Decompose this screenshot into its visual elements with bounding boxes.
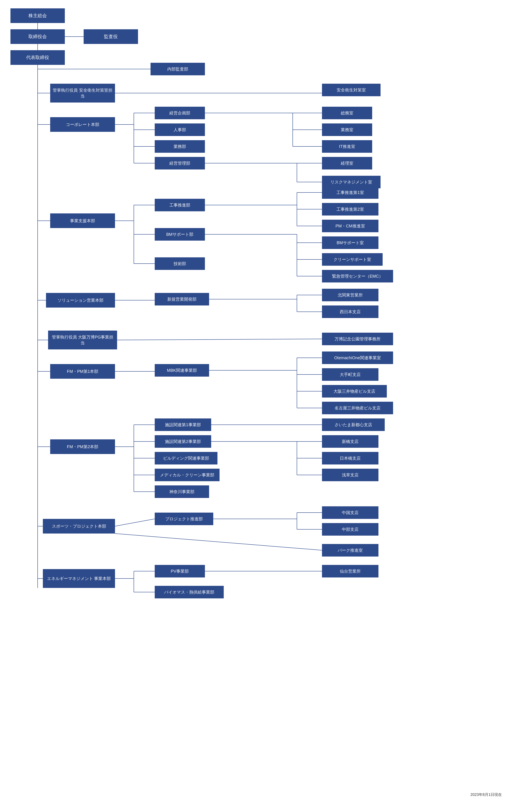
- medical-clean-dept: メディカル・クリーン事業部: [155, 469, 219, 481]
- chubu-branch: 中部支店: [322, 523, 379, 535]
- otemachi-branch: 大手町支店: [322, 368, 379, 381]
- building-dept: ビルディング関連事業部: [155, 452, 217, 464]
- construction2: 工事推進第2室: [322, 203, 379, 215]
- exec-safety: 管掌執行役員 安全衛生対策室担当: [50, 84, 115, 103]
- corporate-hq: コーポレート本部: [50, 117, 115, 132]
- mbk-dept: MBK関連事業部: [155, 364, 209, 377]
- safety-room: 安全衛生対策室: [322, 84, 381, 96]
- expo-park: 万博記念公園管理事務所: [322, 333, 393, 345]
- business-room: 業務室: [322, 123, 372, 136]
- west-japan: 西日本支店: [322, 306, 379, 318]
- project-dept: プロジェクト推進部: [155, 513, 213, 525]
- park-room: パーク推進室: [322, 544, 379, 556]
- svg-line-78: [115, 533, 322, 550]
- nagoya-mitsui: 名古屋三井物産ビル支店: [322, 402, 393, 414]
- org-chart: 株主総会取締役会監査役代表取締役内部監査部管掌執行役員 安全衛生対策室担当安全衛…: [4, 4, 506, 799]
- svg-line-73: [115, 519, 155, 526]
- construction1: 工事推進第1室: [322, 186, 379, 199]
- it-room: IT推進室: [322, 140, 372, 153]
- shimbashi-branch: 新橋支店: [322, 435, 379, 448]
- sendai-office: 仙台営業所: [322, 565, 379, 577]
- sports-project-hq: スポーツ・プロジェクト本部: [43, 519, 115, 533]
- biomass-dept: バイオマス・熱供給事業部: [155, 586, 224, 599]
- clean-support-room: クリーンサポート室: [322, 253, 383, 266]
- otemachi-one: OtemachiOne関連事業室: [322, 351, 393, 364]
- pv-dept: PV事業部: [155, 565, 205, 577]
- new-business-dept: 新規営業開発部: [155, 293, 209, 306]
- bm-support-dept: BMサポート部: [155, 228, 205, 241]
- biz-support-hq: 事業支援本部: [50, 213, 115, 228]
- mgmt-admin: 経営管理部: [155, 157, 205, 170]
- president: 代表取締役: [10, 50, 65, 65]
- exec-osaka: 管掌執行役員 大阪万博PG事業担当: [48, 330, 117, 349]
- energy-hq: エネルギーマネジメント 事業本部: [43, 569, 115, 588]
- tech-dept: 技術部: [155, 257, 205, 270]
- general-affairs: 総務室: [322, 107, 372, 119]
- footer-date: 2023年8月1日現在: [471, 792, 502, 797]
- construction-dept: 工事推進部: [155, 199, 205, 211]
- mgmt-planning: 経営企画部: [155, 107, 205, 119]
- auditors: 監査役: [84, 29, 138, 44]
- nihombashi-branch: 日本橋支店: [322, 452, 379, 464]
- bm-support-room: BMサポート室: [322, 236, 379, 249]
- accounting-room: 経理室: [322, 157, 372, 170]
- fm-pm2-hq: FM・PM第2本部: [50, 439, 115, 454]
- asakusa-branch: 浅草支店: [322, 469, 379, 481]
- hr-dept: 人事部: [155, 123, 205, 136]
- saitama-branch: さいたま新都心支店: [322, 418, 385, 431]
- pm-cm-room: PM・CM推進室: [322, 220, 379, 232]
- internal-audit: 内部監査部: [151, 63, 205, 75]
- facility2-dept: 施設関連第2事業部: [155, 435, 211, 448]
- osaka-mitsui: 大阪三井物産ビル支店: [322, 385, 387, 398]
- china-branch: 中国支店: [322, 506, 379, 519]
- kanagawa-dept: 神奈川事業部: [155, 485, 209, 498]
- board: 取締役会: [10, 29, 65, 44]
- svg-line-49: [117, 339, 322, 340]
- operations-dept: 業務部: [155, 140, 205, 153]
- fm-pm1-hq: FM・PM第1本部: [50, 364, 115, 379]
- shareholders: 株主総会: [10, 8, 65, 23]
- north-kanto: 北関東営業所: [322, 289, 379, 301]
- emergency-center: 緊急管理センター（EMC）: [322, 270, 393, 283]
- solution-sales-hq: ソリューション営業本部: [46, 293, 115, 308]
- facility1-dept: 施設関連第1事業部: [155, 418, 211, 431]
